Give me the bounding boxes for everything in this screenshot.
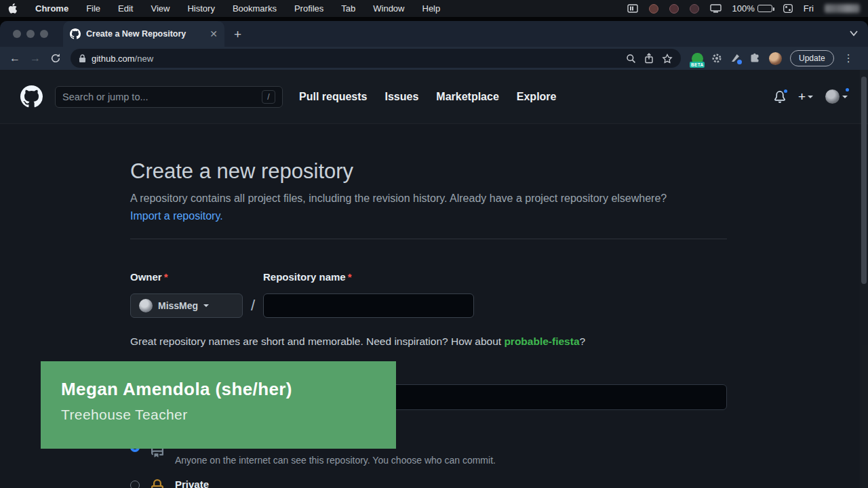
- owner-avatar: [139, 299, 153, 312]
- browser-toolbar: ← → github.com/new: [0, 47, 868, 70]
- clock-blurred: [825, 4, 860, 13]
- url-text: github.com/new: [92, 54, 153, 64]
- update-button-label: Update: [799, 54, 825, 63]
- repo-name-hint: Great repository names are short and mem…: [130, 334, 863, 349]
- battery-status[interactable]: 100%: [732, 3, 772, 14]
- scrollbar-thumb[interactable]: [861, 77, 867, 284]
- menubar-item-view[interactable]: View: [151, 3, 170, 14]
- owner-dropdown[interactable]: MissMeg: [130, 293, 243, 318]
- menubar-item-tab[interactable]: Tab: [341, 3, 355, 14]
- nav-issues[interactable]: Issues: [384, 91, 418, 103]
- repo-name-input[interactable]: [263, 293, 474, 318]
- search-input[interactable]: [62, 92, 262, 102]
- back-button[interactable]: ←: [7, 52, 23, 64]
- presenter-lower-third: Megan Amendola (she/her) Treehouse Teach…: [41, 361, 396, 449]
- forward-button[interactable]: →: [27, 52, 43, 64]
- required-asterisk: *: [348, 271, 352, 283]
- zoom-window-button[interactable]: [40, 30, 48, 38]
- page-scrollbar[interactable]: [860, 70, 868, 488]
- menubar-item-help[interactable]: Help: [422, 3, 441, 14]
- github-logo-icon[interactable]: [20, 85, 43, 108]
- import-repository-link[interactable]: Import a repository.: [130, 210, 223, 222]
- pen-extension-icon[interactable]: [730, 53, 741, 64]
- nav-marketplace[interactable]: Marketplace: [436, 91, 499, 103]
- chevron-down-icon: [808, 96, 813, 98]
- tab-close-icon[interactable]: ✕: [210, 29, 218, 39]
- create-new-menu[interactable]: +: [798, 89, 813, 104]
- bell-notification-dot: [783, 88, 789, 94]
- status-extension-icon[interactable]: [669, 4, 679, 14]
- avatar-notification-dot: [844, 87, 850, 93]
- browser-menu-icon[interactable]: ⋮: [844, 52, 854, 64]
- owner-repo-separator: /: [243, 293, 263, 318]
- close-window-button[interactable]: [13, 30, 21, 38]
- menubar-item-profiles[interactable]: Profiles: [294, 3, 323, 14]
- repo-name-label: Repository name*: [263, 270, 474, 284]
- github-avatar: [825, 89, 840, 104]
- display-icon[interactable]: [710, 4, 722, 13]
- reload-button[interactable]: [47, 53, 64, 64]
- bookmark-star-icon[interactable]: [662, 54, 673, 64]
- gear-extension-icon[interactable]: [711, 53, 722, 64]
- url-path: /new: [135, 54, 153, 64]
- divider: [130, 239, 727, 239]
- lock-icon: [149, 479, 165, 488]
- github-favicon: [70, 28, 81, 39]
- url-domain: github.com: [92, 54, 135, 64]
- beta-extension-icon[interactable]: BETA: [692, 53, 703, 64]
- share-icon[interactable]: [644, 53, 654, 64]
- notification-dot: [737, 60, 742, 64]
- visibility-private-row[interactable]: Private: [130, 478, 863, 488]
- owner-label: Owner*: [130, 270, 243, 284]
- battery-percent: 100%: [732, 3, 755, 14]
- beta-badge: BETA: [690, 62, 705, 68]
- page-title: Create a new repository: [130, 158, 863, 184]
- update-button[interactable]: Update: [790, 50, 834, 66]
- browser-tab-active[interactable]: Create a New Repository ✕: [63, 21, 224, 47]
- intro-body: A repository contains all project files,…: [130, 192, 667, 204]
- menubar-item-window[interactable]: Window: [373, 3, 404, 14]
- extensions-puzzle-icon[interactable]: [749, 53, 761, 64]
- tls-lock-icon[interactable]: [79, 54, 86, 63]
- menubar-item-chrome[interactable]: Chrome: [35, 3, 68, 14]
- battery-icon: [757, 5, 772, 12]
- control-center-icon[interactable]: [783, 4, 793, 13]
- private-label: Private: [175, 478, 209, 488]
- menubar-day[interactable]: Fri: [804, 3, 814, 14]
- notifications-bell[interactable]: [774, 91, 786, 103]
- menubar-item-history[interactable]: History: [187, 3, 214, 14]
- new-tab-button[interactable]: +: [234, 28, 241, 41]
- minimize-window-button[interactable]: [26, 30, 35, 38]
- chevron-down-icon: [203, 304, 209, 307]
- presenter-name: Megan Amendola (she/her): [61, 379, 396, 400]
- zoom-icon[interactable]: [626, 54, 636, 64]
- menubar-item-edit[interactable]: Edit: [118, 3, 133, 14]
- hint-suffix: ?: [580, 336, 586, 347]
- menubar-item-file[interactable]: File: [86, 3, 100, 14]
- tab-title: Create a New Repository: [86, 29, 204, 39]
- suggested-repo-name[interactable]: probable-fiesta: [504, 336, 579, 347]
- menubar-item-bookmarks[interactable]: Bookmarks: [233, 3, 277, 14]
- github-header: / Pull requests Issues Marketplace Explo…: [0, 70, 868, 124]
- apple-icon[interactable]: [8, 3, 18, 14]
- hint-prefix: Great repository names are short and mem…: [130, 336, 504, 347]
- browser-tabstrip: Create a New Repository ✕ +: [0, 21, 868, 47]
- intro-text: A repository contains all project files,…: [130, 190, 700, 225]
- nav-pull-requests[interactable]: Pull requests: [299, 91, 367, 103]
- window-controls[interactable]: [13, 30, 48, 38]
- browser-profile-avatar[interactable]: [769, 52, 782, 65]
- private-radio[interactable]: [130, 481, 140, 488]
- extensions-area: BETA Update ⋮: [692, 50, 854, 66]
- status-extension-icon[interactable]: [690, 4, 699, 14]
- user-menu[interactable]: [825, 89, 848, 104]
- status-extension-icon[interactable]: [649, 4, 658, 14]
- tab-search-chevron-icon[interactable]: [849, 30, 859, 37]
- window-manager-icon[interactable]: [627, 4, 638, 13]
- github-search-box[interactable]: /: [55, 86, 283, 108]
- required-asterisk: *: [164, 271, 168, 283]
- address-bar[interactable]: github.com/new: [71, 49, 681, 68]
- repo-form: Owner* Repository name* MissMeg /: [130, 270, 863, 318]
- macos-menu-bar: Chrome File Edit View History Bookmarks …: [0, 0, 868, 17]
- nav-explore[interactable]: Explore: [517, 91, 557, 103]
- chevron-down-icon: [842, 96, 848, 98]
